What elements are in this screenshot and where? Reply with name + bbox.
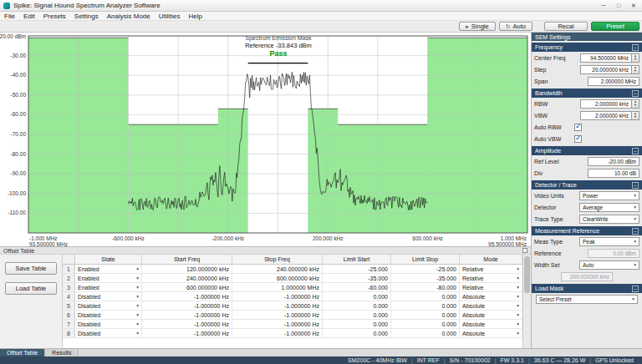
stop-freq-cell[interactable]: -1.000000 Hz: [232, 292, 323, 301]
mode-cell[interactable]: Relative▾: [460, 283, 522, 291]
section-header-frequency[interactable]: Frequency−: [532, 43, 642, 52]
spinner-control[interactable]: ▲▼: [632, 65, 639, 74]
collapse-icon[interactable]: −: [632, 90, 639, 97]
trace-type-select[interactable]: ClearWrite▾: [579, 215, 639, 224]
start-freq-cell[interactable]: -1.000000 Hz: [142, 311, 232, 319]
start-freq-cell[interactable]: -1.000000 Hz: [142, 320, 232, 328]
table-scrollbar[interactable]: [522, 255, 531, 348]
menu-utilities[interactable]: Utilities: [155, 12, 185, 20]
auto-vbw-checkbox[interactable]: ✓: [574, 135, 582, 143]
mode-cell[interactable]: Relative▾: [460, 274, 522, 282]
stop-freq-cell[interactable]: -1.000000 Hz: [232, 320, 323, 328]
start-freq-cell[interactable]: -1.000000 Hz: [142, 301, 232, 310]
start-freq-cell[interactable]: 600.000000 kHz: [142, 283, 232, 291]
state-cell[interactable]: Enabled▾: [75, 274, 142, 282]
limit-start-cell[interactable]: 0.000: [323, 329, 391, 337]
spectrum-display[interactable]: -20.00 dBm-30.00-40.00-50.00-60.00-70.00…: [0, 33, 531, 246]
step-input[interactable]: 20.000000 kHz: [580, 65, 632, 74]
limit-start-cell[interactable]: -25.000: [323, 265, 391, 273]
start-freq-cell[interactable]: -1.000000 Hz: [142, 329, 232, 337]
auto-rbw-checkbox[interactable]: ✓: [574, 124, 582, 131]
close-button[interactable]: ✕: [629, 3, 639, 9]
state-cell[interactable]: Enabled▾: [75, 283, 142, 291]
limit-stop-cell[interactable]: 0.000: [391, 292, 460, 301]
recal-button[interactable]: Recal: [544, 22, 588, 31]
limit-start-cell[interactable]: 0.000: [323, 311, 391, 319]
limit-start-cell[interactable]: 0.000: [323, 292, 391, 301]
limit-start-cell[interactable]: 0.000: [323, 301, 391, 310]
start-freq-cell[interactable]: 120.000000 kHz: [142, 265, 232, 273]
menu-file[interactable]: File: [0, 12, 19, 20]
limit-stop-cell[interactable]: -80.000: [391, 283, 460, 291]
menu-presets[interactable]: Presets: [39, 12, 70, 20]
limit-start-cell[interactable]: -60.000: [323, 283, 391, 291]
collapse-icon[interactable]: −: [632, 286, 639, 292]
state-cell[interactable]: Disabled▾: [75, 320, 142, 328]
state-cell[interactable]: Disabled▾: [75, 311, 142, 319]
stop-freq-cell[interactable]: 240.000000 kHz: [232, 265, 323, 273]
menu-edit[interactable]: Edit: [19, 12, 39, 20]
section-header-detector-trace[interactable]: Detector / Trace−: [532, 180, 642, 190]
stop-freq-cell[interactable]: -1.000000 Hz: [232, 329, 323, 337]
collapse-icon[interactable]: −: [632, 182, 639, 189]
video-units-select[interactable]: Power▾: [579, 191, 639, 200]
limit-stop-cell[interactable]: 0.000: [391, 311, 460, 319]
stop-freq-cell[interactable]: -1.000000 Hz: [232, 311, 323, 319]
scrollbar-thumb[interactable]: [524, 256, 530, 293]
state-cell[interactable]: Enabled▾: [75, 265, 142, 273]
ref-level-input[interactable]: -20.00 dBm: [588, 157, 639, 166]
spinner-control[interactable]: ▲▼: [632, 99, 639, 109]
detector-select[interactable]: Average▾: [579, 203, 639, 212]
stop-freq-cell[interactable]: 600.000000 kHz: [232, 274, 323, 282]
limit-stop-cell[interactable]: -35.000: [391, 274, 460, 282]
preset-button[interactable]: Preset: [591, 22, 639, 31]
limit-stop-cell[interactable]: -25.000: [391, 265, 460, 273]
mode-cell[interactable]: Absolute▾: [460, 329, 522, 337]
popout-icon[interactable]: [522, 248, 527, 253]
mode-cell[interactable]: Absolute▾: [460, 301, 522, 310]
tab-results[interactable]: Results: [45, 349, 79, 356]
mode-cell[interactable]: Relative▾: [460, 265, 522, 273]
single-sweep-button[interactable]: ▸ Single: [459, 22, 495, 31]
state-cell[interactable]: Disabled▾: [75, 301, 142, 310]
save-table-button[interactable]: Save Table: [5, 262, 57, 275]
collapse-icon[interactable]: −: [632, 228, 639, 235]
section-header-load-mask[interactable]: Load Mask−: [532, 284, 642, 293]
section-header-bandwidth[interactable]: Bandwidth−: [532, 88, 642, 98]
center-freq-input[interactable]: 94.500000 MHz: [580, 53, 632, 63]
tab-offset-table[interactable]: Offset Table: [0, 349, 45, 356]
collapse-icon[interactable]: −: [632, 148, 639, 154]
menu-analysis-mode[interactable]: Analysis Mode: [103, 12, 155, 20]
state-cell[interactable]: Disabled▾: [75, 329, 142, 337]
auto-sweep-button[interactable]: ↻ Auto: [499, 22, 532, 31]
menu-settings[interactable]: Settings: [70, 12, 103, 20]
spinner-control[interactable]: ▲▼: [632, 53, 639, 63]
section-header-measurement-reference[interactable]: Measurement Reference−: [532, 226, 642, 235]
stop-freq-cell[interactable]: 1.000000 MHz: [232, 283, 323, 291]
select-preset-select[interactable]: Select Preset▾: [536, 295, 638, 304]
rbw-input[interactable]: 2.000000 kHz: [580, 99, 632, 109]
meas-type-select[interactable]: Peak▾: [579, 237, 639, 246]
limit-stop-cell[interactable]: 0.000: [391, 320, 460, 328]
minimize-button[interactable]: ─: [599, 3, 609, 9]
collapse-icon[interactable]: −: [632, 44, 639, 51]
mode-cell[interactable]: Absolute▾: [460, 320, 522, 328]
section-header-amplitude[interactable]: Amplitude−: [532, 146, 642, 155]
limit-stop-cell[interactable]: 0.000: [391, 329, 460, 337]
maximize-button[interactable]: □: [614, 3, 624, 9]
stop-freq-cell[interactable]: -1.000000 Hz: [232, 301, 323, 310]
span-input[interactable]: 2.000000 MHz: [588, 77, 639, 86]
menu-help[interactable]: Help: [185, 12, 206, 20]
start-freq-cell[interactable]: -1.000000 Hz: [142, 292, 232, 301]
mode-cell[interactable]: Absolute▾: [460, 292, 522, 301]
limit-stop-cell[interactable]: 0.000: [391, 301, 460, 310]
state-cell[interactable]: Disabled▾: [75, 292, 142, 301]
start-freq-cell[interactable]: 240.000000 kHz: [142, 274, 232, 282]
limit-start-cell[interactable]: -35.000: [323, 274, 391, 282]
spinner-control[interactable]: ▲▼: [632, 111, 639, 120]
mode-cell[interactable]: Absolute▾: [460, 311, 522, 319]
vbw-input[interactable]: 2.000000 kHz: [580, 111, 632, 120]
load-table-button[interactable]: Load Table: [5, 282, 57, 295]
width-set-select[interactable]: Auto▾: [579, 260, 639, 270]
limit-start-cell[interactable]: 0.000: [323, 320, 391, 328]
